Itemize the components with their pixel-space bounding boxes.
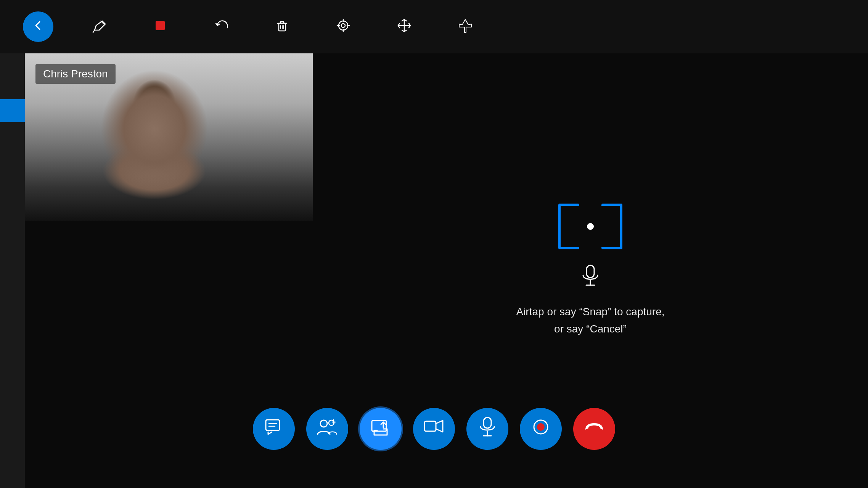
svg-line-1 [93,30,95,32]
video-feed: Chris Preston [25,53,313,221]
svg-point-0 [31,18,46,33]
delete-button[interactable] [267,11,297,42]
svg-point-24 [329,420,334,425]
svg-point-35 [537,423,545,431]
svg-point-10 [341,24,345,27]
record-button[interactable] [520,408,562,450]
sidebar-active-indicator [0,99,25,122]
svg-rect-3 [156,21,165,30]
target-button[interactable] [328,11,358,42]
chat-button[interactable] [253,408,295,450]
microphone-icon [581,265,600,292]
bracket-left [558,204,579,249]
capture-line2: or say “Cancel” [554,323,627,335]
pin-button[interactable] [450,11,481,42]
capture-instruction: Airtap or say “Snap” to capture, or say … [516,303,664,338]
trash-icon [275,18,290,35]
record-icon [531,417,550,440]
stop-icon [153,18,168,35]
participants-icon [317,417,338,440]
stop-button[interactable] [145,11,175,42]
participant-name-label: Chris Preston [35,64,116,84]
capture-line1: Airtap or say “Snap” to capture, [516,306,664,318]
back-button[interactable] [23,11,53,42]
svg-line-36 [585,428,588,429]
video-icon [424,417,444,440]
undo-icon [214,18,229,35]
svg-rect-30 [424,421,436,431]
svg-point-23 [320,420,327,427]
svg-rect-28 [372,421,386,431]
svg-line-37 [600,428,603,429]
participants-button[interactable] [306,408,348,450]
svg-point-9 [339,21,348,30]
svg-line-2 [101,21,104,24]
bracket-right [601,204,622,249]
action-bar [0,408,868,450]
video-container: Chris Preston [25,53,313,221]
chat-icon [264,417,283,440]
undo-button[interactable] [206,11,236,42]
move-button[interactable] [389,11,420,42]
svg-rect-20 [266,420,280,430]
svg-rect-17 [587,265,594,278]
pin-icon [458,18,473,35]
svg-rect-31 [484,417,491,428]
mic-icon [479,417,496,441]
target-icon [336,18,351,35]
pen-button[interactable] [84,11,114,42]
microphone-button[interactable] [466,408,508,450]
move-icon [397,18,412,35]
pen-icon [92,18,107,35]
capture-bracket [558,204,622,249]
end-call-icon [583,419,605,438]
svg-point-34 [534,420,548,434]
svg-rect-4 [279,23,286,31]
bracket-dot [587,223,594,230]
screenshot-button[interactable] [360,408,402,450]
back-icon [30,17,47,36]
video-button[interactable] [413,408,455,450]
screenshot-icon [370,417,391,441]
toolbar [0,0,868,53]
end-call-button[interactable] [573,408,615,450]
